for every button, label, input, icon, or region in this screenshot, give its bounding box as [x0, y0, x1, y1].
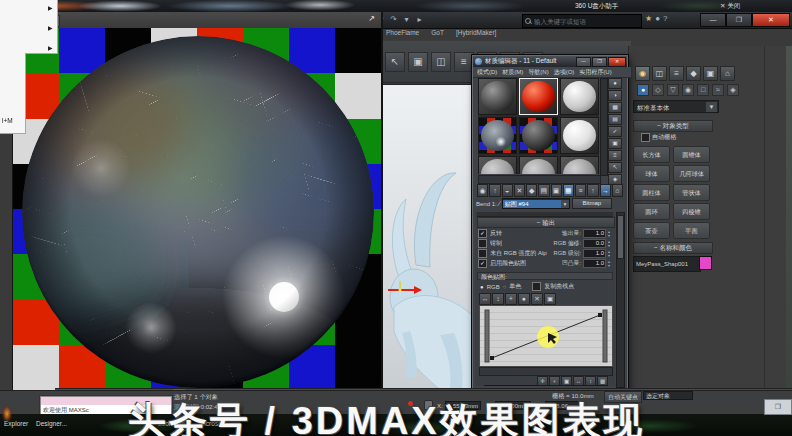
add-point-icon[interactable]: +: [505, 293, 517, 305]
maximize-button[interactable]: ❐: [726, 13, 752, 27]
corner-point-icon[interactable]: ●: [518, 293, 530, 305]
tab-hierarchy-icon[interactable]: ≡: [669, 66, 684, 81]
sample-window-icon[interactable]: ⌂: [612, 184, 623, 197]
material-sample-slot[interactable]: [519, 117, 558, 154]
checkbox[interactable]: [478, 249, 487, 258]
overlay-close-button[interactable]: ✕ 关闭: [720, 2, 740, 11]
minimize-button[interactable]: —: [700, 13, 726, 27]
autogrid-checkbox[interactable]: [641, 133, 650, 142]
material-sample-slot[interactable]: [519, 78, 558, 115]
material-editor-title-bar[interactable]: 材质编辑器 - 11 - Default — ❐ ✕: [473, 56, 627, 67]
name-color-rollout[interactable]: − 名称和颜色: [633, 242, 713, 254]
spacewarps-icon[interactable]: ≈: [712, 84, 724, 96]
spinner-arrows[interactable]: ▴▾: [606, 230, 612, 237]
me-menu-utilities[interactable]: 实用程序(U): [579, 68, 611, 77]
zoom-region-icon[interactable]: ▦: [597, 376, 608, 386]
me-menu-mode[interactable]: 模式(D): [477, 68, 497, 77]
primitive-button[interactable]: 长方体: [633, 146, 670, 163]
primitive-button[interactable]: 圆柱体: [633, 184, 670, 201]
search-input[interactable]: [532, 18, 641, 25]
primitive-button[interactable]: 圆环: [633, 203, 670, 220]
me-menu-material[interactable]: 材质(M): [502, 68, 523, 77]
spinner-field[interactable]: 1.0: [583, 249, 606, 258]
go-forward-icon[interactable]: →: [600, 184, 611, 197]
object-color-swatch[interactable]: [699, 256, 712, 270]
me-maximize-button[interactable]: ❐: [592, 57, 607, 67]
material-id-icon[interactable]: ▣: [551, 184, 562, 197]
select-icon[interactable]: ↖: [385, 52, 405, 72]
slots-scrollbar[interactable]: [600, 78, 608, 176]
sample-type-icon[interactable]: ●: [608, 78, 622, 89]
video-color-check-icon[interactable]: ✓: [608, 126, 622, 137]
tab-create-icon[interactable]: ◉: [635, 66, 650, 81]
delete-point-icon[interactable]: ✕: [531, 293, 543, 305]
copy-curve-points-checkbox[interactable]: [532, 282, 541, 291]
spinner-field[interactable]: 0.0: [583, 239, 606, 248]
menu-item[interactable]: GoT: [431, 29, 444, 40]
taskbar-item[interactable]: Designer...: [36, 420, 67, 427]
move-point-icon[interactable]: ↔: [479, 293, 491, 305]
zoom-extents-icon[interactable]: ▣: [561, 376, 572, 386]
material-sample-slot[interactable]: [478, 117, 517, 154]
primitive-button[interactable]: 四棱锥: [673, 203, 710, 220]
sample-tiling-icon[interactable]: ▤: [608, 114, 622, 125]
checkbox[interactable]: [478, 239, 487, 248]
user-icon[interactable]: ●: [655, 14, 660, 23]
tab-utilities-icon[interactable]: ⌂: [720, 66, 735, 81]
object-name-field[interactable]: [633, 256, 701, 272]
search-box[interactable]: [522, 14, 642, 28]
material-sample-slot[interactable]: [560, 78, 599, 115]
systems-icon[interactable]: ◈: [727, 84, 739, 96]
tab-motion-icon[interactable]: ◆: [686, 66, 701, 81]
material-sample-slot[interactable]: [478, 78, 517, 115]
primitive-button[interactable]: 球体: [633, 165, 670, 182]
primitive-button[interactable]: 几何球体: [673, 165, 710, 182]
pick-material-eyedropper-icon[interactable]: ∕: [499, 200, 500, 207]
radio-mono[interactable]: ○: [503, 284, 507, 290]
put-to-scene-icon[interactable]: ↑: [489, 184, 500, 197]
background-icon[interactable]: ▦: [608, 102, 622, 113]
menu-item[interactable]: PhoeFlame: [386, 29, 419, 40]
workspace-icon[interactable]: ▸: [414, 14, 425, 25]
me-menu-navigation[interactable]: 导航(N): [528, 68, 548, 77]
helpers-icon[interactable]: □: [697, 84, 709, 96]
show-map-in-viewport-icon[interactable]: ▦: [563, 184, 574, 197]
reset-curve-icon[interactable]: ▣: [544, 293, 556, 305]
spinner-field[interactable]: 1.0: [583, 259, 606, 268]
checkbox[interactable]: ✓: [478, 229, 487, 238]
shapes-icon[interactable]: ◇: [652, 84, 664, 96]
put-to-library-icon[interactable]: ▤: [538, 184, 549, 197]
output-rollout-header[interactable]: − 输出: [477, 217, 615, 228]
checkbox[interactable]: ✓: [478, 259, 487, 268]
material-sample-slot[interactable]: [560, 117, 599, 154]
menu-shortcut-label[interactable]: l+M: [2, 117, 13, 124]
spinner-field[interactable]: 1.0: [583, 229, 606, 238]
geometry-icon[interactable]: ●: [637, 84, 649, 96]
primitive-button[interactable]: 平面: [673, 222, 710, 239]
go-to-parent-icon[interactable]: ↑: [587, 184, 598, 197]
lights-icon[interactable]: ▽: [667, 84, 679, 96]
redo-icon[interactable]: ↷: [388, 14, 399, 25]
menu-item[interactable]: [HybridMaker]: [456, 29, 496, 40]
rollout-scrollbar[interactable]: [616, 212, 625, 388]
curve-h-scrollbar[interactable]: [479, 367, 613, 376]
primitive-button[interactable]: 管状体: [673, 184, 710, 201]
me-menu-options[interactable]: 选项(O): [554, 68, 575, 77]
assign-to-selection-icon[interactable]: ◒: [502, 184, 513, 197]
show-end-result-icon[interactable]: ≡: [575, 184, 586, 197]
pan-icon[interactable]: ✛: [537, 376, 548, 386]
material-sample-slot[interactable]: [478, 156, 517, 174]
spinner-arrows[interactable]: ▴▾: [606, 250, 612, 257]
material-sample-slot[interactable]: [560, 156, 599, 174]
close-button[interactable]: ✕: [752, 13, 790, 27]
viewport[interactable]: [380, 84, 474, 391]
me-close-button[interactable]: ✕: [608, 57, 626, 67]
select-by-material-icon[interactable]: ↖: [608, 162, 622, 173]
cameras-icon[interactable]: ◉: [682, 84, 694, 96]
make-preview-icon[interactable]: ▣: [608, 138, 622, 149]
primitive-button[interactable]: 圆锥体: [673, 146, 710, 163]
star-icon[interactable]: ★: [645, 14, 652, 23]
selection-filter-dropdown[interactable]: 选定对象: [643, 391, 693, 400]
align-icon[interactable]: ≡: [454, 52, 474, 72]
select-by-name-icon[interactable]: ▣: [408, 52, 428, 72]
